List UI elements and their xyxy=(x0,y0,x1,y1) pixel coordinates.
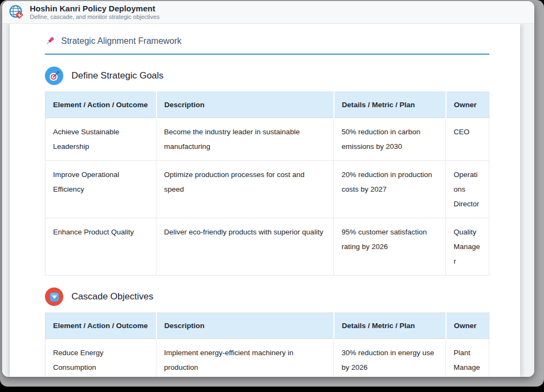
section-heading: Cascade Objectives xyxy=(45,288,489,306)
column-header: Element / Action / Outcome xyxy=(45,313,156,339)
scrollbar-track[interactable] xyxy=(525,24,534,377)
app-subtitle: Define, cascade, and monitor strategic o… xyxy=(30,14,160,21)
table-cell: Enhance Product Quality xyxy=(45,218,156,276)
table-row: Achieve Sustainable LeadershipBecome the… xyxy=(45,118,489,161)
table-cell: Operations Director xyxy=(446,161,489,218)
framework-title: Strategic Alignment Framework xyxy=(45,36,489,55)
app-header-titles: Hoshin Kanri Policy Deployment Define, c… xyxy=(30,4,160,21)
table-cell: Optimize production processes for cost a… xyxy=(156,161,334,218)
table-cell: Achieve Sustainable Leadership xyxy=(45,118,156,161)
sections-container: Define Strategic GoalsElement / Action /… xyxy=(45,67,489,377)
table-cell: Quality Manager xyxy=(446,218,489,276)
app-logo-icon xyxy=(9,4,25,21)
section-heading-text: Define Strategic Goals xyxy=(71,70,163,81)
desktop-background: Hoshin Kanri Policy Deployment Define, c… xyxy=(0,0,544,387)
column-header: Owner xyxy=(446,313,489,339)
table-cell: Deliver eco-friendly products with super… xyxy=(156,218,334,276)
objectives-table: Element / Action / OutcomeDescriptionDet… xyxy=(45,312,489,377)
section-heading: Define Strategic Goals xyxy=(45,67,489,85)
table-cell: 20% reduction in production costs by 202… xyxy=(334,161,446,218)
table-header-row: Element / Action / OutcomeDescriptionDet… xyxy=(45,313,489,339)
section-define-strategic-goals: Define Strategic GoalsElement / Action /… xyxy=(45,67,489,276)
column-header: Description xyxy=(156,92,334,118)
column-header: Description xyxy=(156,313,334,339)
main-card: Strategic Alignment Framework Define Str… xyxy=(10,24,520,377)
table-row: Reduce Energy ConsumptionImplement energ… xyxy=(45,339,489,377)
app-title: Hoshin Kanri Policy Deployment xyxy=(30,4,160,14)
table-cell: Reduce Energy Consumption xyxy=(45,339,156,377)
table-row: Improve Operational EfficiencyOptimize p… xyxy=(45,161,489,218)
column-header: Owner xyxy=(446,92,489,118)
table-cell: 95% customer satisfaction rating by 2026 xyxy=(334,218,446,276)
objectives-table: Element / Action / OutcomeDescriptionDet… xyxy=(45,92,489,276)
app-window: Hoshin Kanri Policy Deployment Define, c… xyxy=(2,1,534,377)
table-cell: Become the industry leader in sustainabl… xyxy=(156,118,334,161)
table-row: Enhance Product QualityDeliver eco-frien… xyxy=(45,218,489,276)
column-header: Details / Metric / Plan xyxy=(334,313,446,339)
target-icon xyxy=(45,67,63,85)
pushpin-icon xyxy=(45,36,55,46)
table-cell: 50% reduction in carbon emissions by 203… xyxy=(334,118,446,161)
page-content: Strategic Alignment Framework Define Str… xyxy=(2,24,534,377)
framework-title-text: Strategic Alignment Framework xyxy=(61,36,181,46)
section-cascade-objectives: Cascade ObjectivesElement / Action / Out… xyxy=(45,288,489,377)
table-cell: CEO xyxy=(446,118,489,161)
table-header-row: Element / Action / OutcomeDescriptionDet… xyxy=(45,92,489,118)
table-cell: Plant Manager xyxy=(446,339,489,377)
down-button-icon xyxy=(45,288,63,306)
app-header: Hoshin Kanri Policy Deployment Define, c… xyxy=(2,1,534,24)
table-cell: Improve Operational Efficiency xyxy=(45,161,156,218)
table-cell: 30% reduction in energy use by 2026 xyxy=(334,339,446,377)
column-header: Element / Action / Outcome xyxy=(45,92,156,118)
section-heading-text: Cascade Objectives xyxy=(71,291,153,302)
column-header: Details / Metric / Plan xyxy=(334,92,446,118)
table-cell: Implement energy-efficient machinery in … xyxy=(156,339,334,377)
